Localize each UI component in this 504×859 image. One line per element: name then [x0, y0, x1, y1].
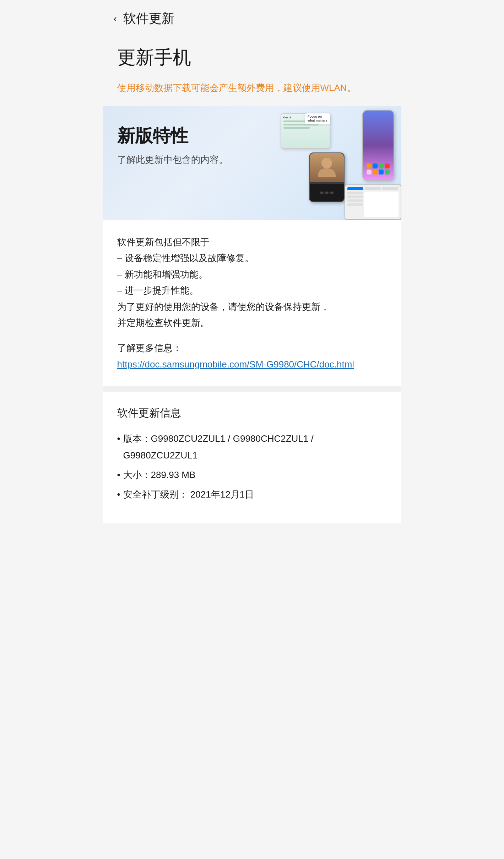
- content-section: 软件更新包括但不限于 – 设备稳定性增强以及故障修复。 – 新功能和增强功能。 …: [103, 220, 401, 386]
- stylus-tab-2: [365, 187, 381, 190]
- info-version: • 版本：G9980ZCU2ZUL1 / G9980CHC2ZUL1 / G99…: [117, 430, 387, 464]
- device-flip-btn-3: [330, 192, 334, 194]
- device-flip-btn-row: [320, 192, 334, 194]
- page-main-title: 更新手机: [103, 34, 401, 77]
- stylus-sidebar: [347, 192, 363, 217]
- info-version-text: 版本：G9980ZCU2ZUL1 / G9980CHC2ZUL1 / G9980…: [123, 430, 387, 464]
- back-icon[interactable]: ‹: [114, 13, 117, 25]
- more-info-label: 了解更多信息：: [117, 342, 387, 354]
- info-section: 软件更新信息 • 版本：G9980ZCU2ZUL1 / G9980CHC2ZUL…: [103, 392, 401, 523]
- content-line-3: – 新功能和增强功能。: [117, 267, 387, 283]
- content-line-1: 软件更新包括但不限于: [117, 234, 387, 251]
- content-line-2: – 设备稳定性增强以及故障修复。: [117, 250, 387, 267]
- feature-banner-subtitle: 了解此更新中包含的内容。: [117, 154, 387, 166]
- stylus-sidebar-item-1: [347, 192, 363, 194]
- stylus-sidebar-item-3: [347, 199, 363, 202]
- stylus-sidebar-item-2: [347, 195, 363, 198]
- device-tablet-brand: One UI: [283, 116, 292, 119]
- stylus-tab-1: [347, 187, 363, 190]
- app-icon-8: [385, 170, 390, 175]
- device-flip-bottom: [310, 184, 344, 201]
- header-title: 软件更新: [123, 10, 174, 27]
- info-version-bullet: •: [117, 430, 120, 447]
- doc-link[interactable]: https://doc.samsungmobile.com/SM-G9980/C…: [117, 359, 354, 370]
- feature-banner-title: 新版特性: [117, 124, 387, 148]
- info-section-title: 软件更新信息: [117, 406, 387, 420]
- content-line-5: 为了更好的使用您的设备，请使您的设备保持更新，: [117, 299, 387, 315]
- stylus-sidebar-item-4: [347, 203, 363, 206]
- content-line-6: 并定期检查软件更新。: [117, 315, 387, 331]
- device-flip-btn-2: [325, 192, 329, 194]
- content-description: 软件更新包括但不限于 – 设备稳定性增强以及故障修复。 – 新功能和增强功能。 …: [117, 234, 387, 331]
- info-security: • 安全补丁级别： 2021年12月1日: [117, 486, 387, 503]
- stylus-main: [364, 192, 399, 217]
- info-size-bullet: •: [117, 467, 120, 483]
- device-flip-btn-1: [320, 192, 324, 194]
- feature-banner: 新版特性 了解此更新中包含的内容。 Focus on what matters …: [103, 106, 401, 220]
- focus-label: Focus on what matters: [305, 113, 330, 124]
- info-security-text: 安全补丁级别： 2021年12月1日: [123, 486, 254, 503]
- app-icon-7: [379, 170, 384, 175]
- divider: [103, 386, 401, 392]
- info-size: • 大小：289.93 MB: [117, 467, 387, 483]
- content-line-4: – 进一步提升性能。: [117, 283, 387, 299]
- header: ‹ 软件更新: [103, 0, 401, 34]
- info-security-bullet: •: [117, 486, 120, 503]
- stylus-top-bar: [347, 187, 399, 190]
- device-flip-person-body: [318, 168, 336, 177]
- stylus-content-area: [347, 192, 399, 217]
- stylus-tab-3: [382, 187, 398, 190]
- device-stylus-screen: [345, 185, 401, 219]
- app-icon-5: [367, 170, 372, 175]
- app-icon-6: [373, 170, 378, 175]
- info-size-text: 大小：289.93 MB: [123, 467, 196, 483]
- device-stylus-tablet: [345, 184, 401, 220]
- warning-text: 使用移动数据下载可能会产生额外费用，建议使用WLAN。: [103, 77, 401, 106]
